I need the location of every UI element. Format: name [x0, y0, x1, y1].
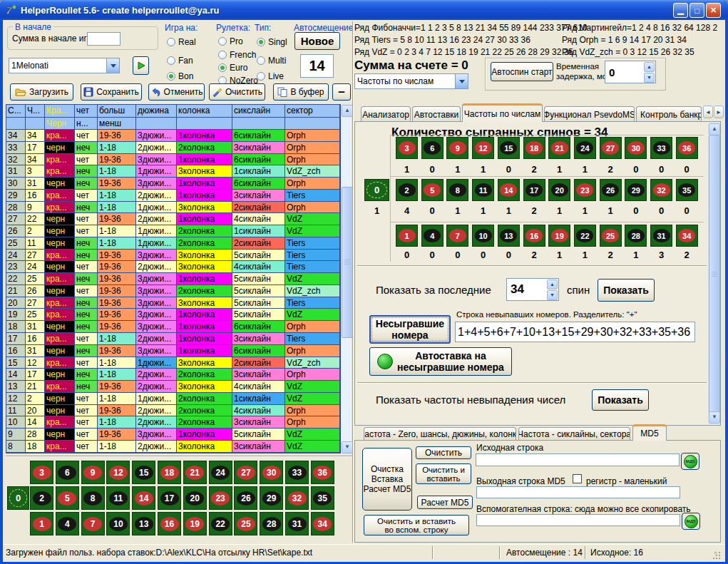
col-header[interactable]	[177, 118, 232, 130]
show-last-button[interactable]: Показать	[598, 279, 655, 302]
board-cell-35[interactable]: 35	[676, 179, 698, 201]
board-cell-20[interactable]: 20	[183, 486, 207, 510]
board-cell-13[interactable]: 13	[498, 225, 520, 247]
board-cell-14[interactable]: 14	[132, 486, 155, 510]
panel-scrollbar[interactable]: ▲ ▼	[708, 123, 719, 424]
board-cell-3[interactable]: 3	[396, 137, 418, 159]
radio-bon[interactable]	[167, 72, 175, 81]
col-header[interactable]	[285, 118, 340, 130]
board-cell-3[interactable]: 3	[30, 461, 53, 484]
tab-frequencies[interactable]: Частоты по числам	[462, 103, 543, 122]
tab-freq-zero[interactable]: Частота - Zero, шансы, дюжины, колонки	[364, 427, 516, 441]
resize-grip[interactable]	[713, 550, 722, 559]
collapse-button[interactable]: –	[332, 83, 351, 101]
col-header[interactable]: больш	[98, 105, 136, 118]
md5-out-input[interactable]	[476, 486, 680, 498]
tab-md5[interactable]: MD5	[632, 424, 667, 441]
col-header[interactable]: Черн	[45, 118, 75, 130]
minimize-button[interactable]: ▁	[673, 3, 688, 18]
col-header[interactable]	[6, 118, 26, 130]
play-button[interactable]	[133, 56, 149, 75]
tab-scroll-left-icon[interactable]: ◄	[703, 106, 713, 118]
col-header[interactable]: сектор	[285, 105, 340, 118]
col-header[interactable]: С...	[6, 105, 26, 118]
col-header[interactable]: чет	[75, 105, 98, 118]
board-cell-24[interactable]: 24	[209, 461, 232, 484]
board-cell-36[interactable]: 36	[676, 137, 698, 159]
spin-up-icon[interactable]: ▲	[644, 62, 655, 72]
md5-aux-clear-button[interactable]: Очистить и вставить во вспом. строку	[364, 515, 469, 535]
board-cell-34[interactable]: 34	[311, 512, 334, 535]
load-button[interactable]: Загрузить	[10, 83, 73, 101]
board-cell-29[interactable]: 29	[260, 486, 283, 510]
mode-combobox[interactable]: Частоты по числам	[354, 73, 468, 89]
radio-multi[interactable]	[257, 56, 265, 65]
board-cell-12[interactable]: 12	[106, 461, 130, 484]
board-cell-33[interactable]: 33	[285, 461, 309, 484]
radio-pro[interactable]	[218, 37, 227, 46]
board-cell-5[interactable]: 5	[56, 486, 79, 510]
scroll-up-icon[interactable]: ▲	[342, 105, 353, 117]
md5-aux-run-button[interactable]: МД5	[682, 513, 700, 530]
board-cell-23[interactable]: 23	[574, 179, 596, 201]
board-cell-4[interactable]: 4	[56, 512, 79, 535]
board-cell-14[interactable]: 14	[498, 179, 520, 201]
preset-combobox[interactable]: 1Melonati	[9, 58, 120, 73]
board-cell-19[interactable]: 19	[183, 512, 207, 535]
board-cell-5[interactable]: 5	[421, 179, 444, 201]
board-cell-11[interactable]: 11	[472, 179, 494, 201]
scroll-down-icon[interactable]: ▼	[709, 411, 720, 424]
board-cell-8[interactable]: 8	[446, 179, 468, 201]
board-cell-10[interactable]: 10	[472, 225, 494, 247]
scroll-up-icon[interactable]: ▲	[709, 123, 720, 135]
board-cell-11[interactable]: 11	[106, 486, 130, 510]
md5-stack-button[interactable]: Очистка Вставка Расчет MD5	[362, 448, 412, 511]
board-cell-22[interactable]: 22	[574, 225, 596, 247]
tab-freq-sixlines[interactable]: Частота - сиклайны, сектора	[518, 427, 630, 441]
col-header[interactable]: дюжина	[136, 105, 177, 118]
board-cell-9[interactable]: 9	[446, 137, 468, 159]
board-cell-21[interactable]: 21	[548, 137, 570, 159]
tab-autobets[interactable]: Автоставки	[412, 106, 461, 122]
panel-scrollbar-thumb[interactable]	[709, 135, 720, 414]
undo-button[interactable]: Отменить	[148, 83, 205, 101]
col-header[interactable]: колонка	[177, 105, 232, 118]
tab-psevdoms[interactable]: Функционал PsevdoMS	[544, 106, 635, 122]
md5-calc-button[interactable]: Расчет MD5	[417, 496, 473, 509]
md5-clear-button[interactable]: Очистить	[416, 446, 471, 459]
board-cell-8[interactable]: 8	[81, 486, 105, 510]
board-cell-30[interactable]: 30	[625, 137, 647, 159]
spin-down-icon[interactable]: ▼	[547, 290, 558, 300]
board-cell-16[interactable]: 16	[158, 512, 181, 535]
board-cell-10[interactable]: 10	[106, 512, 130, 535]
save-button[interactable]: Сохранить	[81, 83, 142, 101]
show-last-spinner[interactable]: 34 ▲▼	[506, 278, 559, 301]
board-cell-7[interactable]: 7	[446, 225, 468, 247]
board-cell-12[interactable]: 12	[472, 137, 494, 159]
autoshift-value-input[interactable]: 14	[300, 54, 334, 78]
col-header[interactable]: Ч...	[26, 105, 45, 118]
board-cell-1[interactable]: 1	[30, 512, 53, 535]
col-header[interactable]	[26, 118, 45, 130]
clear-button[interactable]: Очистить	[209, 83, 265, 101]
spin-down-icon[interactable]: ▼	[644, 73, 655, 83]
board-cell-7[interactable]: 7	[81, 512, 105, 535]
chevron-down-icon[interactable]	[455, 74, 468, 88]
scroll-down-icon[interactable]: ▼	[342, 441, 353, 453]
board-cell-21[interactable]: 21	[183, 461, 207, 484]
board-cell-35[interactable]: 35	[311, 486, 334, 510]
radio-singl[interactable]	[257, 38, 265, 46]
maximize-button[interactable]: □	[689, 3, 704, 18]
board-cell-31[interactable]: 31	[650, 225, 672, 247]
board-cell-36[interactable]: 36	[311, 461, 334, 484]
radio-french[interactable]	[218, 51, 227, 59]
autospin-button[interactable]: Автоспин старт	[491, 62, 553, 81]
col-header[interactable]	[136, 118, 177, 130]
spin-up-icon[interactable]: ▲	[547, 280, 558, 289]
board-cell-6[interactable]: 6	[421, 137, 444, 159]
new-button[interactable]: Новое	[294, 32, 340, 50]
to-buffer-button[interactable]: В буфер	[273, 83, 329, 101]
board-cell-33[interactable]: 33	[650, 137, 672, 159]
board-cell-24[interactable]: 24	[574, 137, 596, 159]
board-cell-26[interactable]: 26	[234, 486, 257, 510]
